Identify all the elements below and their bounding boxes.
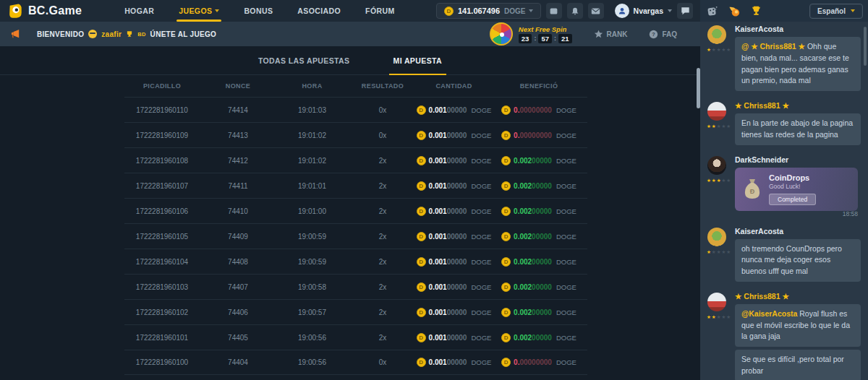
- doge-coin-icon: D: [417, 207, 426, 216]
- coindrops-card[interactable]: ĐCoinDropsGood Luck!Completed: [735, 168, 858, 211]
- table-row[interactable]: 17222819601097441319:01:020xD0.00100000D…: [124, 122, 587, 147]
- nav-item-bonus[interactable]: BONUS: [231, 0, 285, 22]
- bet-time: 19:00:59: [276, 258, 348, 266]
- rank-link[interactable]: RANK: [594, 30, 628, 38]
- language-label: Español: [817, 7, 846, 15]
- doge-coin-icon: D: [501, 308, 511, 317]
- doge-coin-icon: D: [417, 131, 426, 140]
- chat-username[interactable]: ★ Chriss881 ★: [735, 101, 861, 110]
- chevron-down-icon: [668, 9, 672, 12]
- bet-time: 19:00:56: [276, 334, 348, 342]
- chat-scrollbar[interactable]: [864, 27, 867, 66]
- welcome-username[interactable]: zaafir: [101, 30, 122, 38]
- balance-selector[interactable]: D 141.067496 DOGE: [436, 3, 541, 19]
- chat-username[interactable]: ★ Chriss881 ★: [735, 292, 861, 301]
- table-row[interactable]: 17222819601107441419:01:030xD0.00100000D…: [124, 97, 587, 122]
- wallet-button[interactable]: [546, 3, 562, 19]
- table-row[interactable]: 17222819601037440719:00:582xD0.00100000D…: [124, 274, 587, 299]
- chat-username[interactable]: KaiserAcosta: [735, 25, 861, 33]
- chat-username[interactable]: DarkSchneider: [735, 155, 861, 164]
- user-mention[interactable]: @KaiserAcosta: [741, 309, 799, 318]
- bet-nonce: 74412: [200, 157, 276, 165]
- table-row[interactable]: 17222819601027440619:00:572xD0.00100000D…: [124, 299, 587, 324]
- bet-time: 19:00:59: [276, 233, 348, 241]
- bet-hash: 1722281960105: [124, 233, 200, 241]
- chat-message-list: ★★★★★KaiserAcosta@ ★ Chriss881 ★ Ohh que…: [700, 22, 868, 380]
- notifications-button[interactable]: [567, 3, 583, 19]
- avatar-kaiseracosta[interactable]: [707, 228, 726, 246]
- completed-button[interactable]: Completed: [769, 194, 816, 205]
- table-row[interactable]: 17222819601047440819:00:592xD0.00100000D…: [124, 249, 587, 274]
- chat-bubble: @ ★ Chriss881 ★ Ohh que bien, nada mal..…: [735, 37, 861, 91]
- bcgame-logo[interactable]: BC.Game: [7, 3, 82, 19]
- header-time: HORA: [276, 82, 348, 90]
- chat-toggle-button[interactable]: [677, 3, 693, 19]
- dice-icon[interactable]: [706, 5, 718, 17]
- doge-coin-icon: D: [417, 358, 426, 367]
- nav-item-asociado[interactable]: ASOCIADO: [285, 0, 353, 22]
- chat-bubble: @KaiserAcosta Royal flush es que el móvi…: [735, 304, 861, 347]
- chat-message: ★★★★★KaiserAcosta@ ★ Chriss881 ★ Ohh que…: [706, 25, 861, 94]
- bet-profit: D0.00000000DOGE: [490, 131, 587, 140]
- chevron-down-icon: [851, 9, 855, 12]
- user-menu[interactable]: Nvargas: [615, 4, 672, 18]
- welcome-suffix: ÚNETE AL JUEGO: [150, 30, 216, 38]
- tab-all-bets[interactable]: TODAS LAS APUESTAS: [254, 46, 354, 75]
- bet-result: 2x: [348, 157, 417, 165]
- star-icon: [594, 30, 603, 38]
- table-row[interactable]: 17222819601067441019:01:002xD0.00100000D…: [124, 198, 587, 223]
- doge-coin-icon: D: [501, 257, 511, 267]
- language-selector[interactable]: Español: [810, 4, 862, 18]
- bet-amount: D0.00100000DOGE: [417, 257, 490, 267]
- table-row[interactable]: 17222819601007440419:00:560xD0.00100000D…: [124, 350, 587, 375]
- bet-time: 19:00:58: [276, 283, 348, 291]
- welcome-banner: BIENVENIDO zaafir BD ÚNETE AL JUEGO Next…: [0, 22, 700, 46]
- free-spin-widget[interactable]: Next Free Spin 23 : 57 : 21: [490, 22, 572, 46]
- avatar-kaiseracosta[interactable]: [707, 25, 726, 44]
- doge-coin-icon: D: [501, 181, 511, 191]
- avatar-darkschneider[interactable]: [707, 156, 726, 175]
- doge-coin-icon: D: [501, 232, 511, 241]
- doge-coin-icon: D: [501, 105, 511, 115]
- header-nonce: NONCE: [200, 82, 276, 90]
- avatar-chriss881[interactable]: [707, 102, 726, 121]
- faq-link[interactable]: ? FAQ: [649, 30, 677, 39]
- nav-item-juegos[interactable]: JUEGOS: [166, 0, 231, 22]
- bet-result: 2x: [348, 233, 417, 241]
- balance-amount: 141.067496: [458, 7, 500, 15]
- doge-coin-icon: D: [417, 257, 426, 267]
- chat-username[interactable]: KaiserAcosta: [735, 227, 861, 236]
- bet-nonce: 74411: [200, 182, 276, 190]
- trophy-icon[interactable]: [750, 5, 762, 17]
- bet-profit: D0.00200000DOGE: [490, 308, 587, 317]
- bet-result: 2x: [348, 258, 417, 266]
- bet-hash: 1722281960104: [124, 258, 200, 266]
- nav-item-hogar[interactable]: HOGAR: [112, 0, 166, 22]
- fireball-icon[interactable]: [728, 5, 741, 17]
- bet-amount: D0.00100000DOGE: [417, 105, 490, 115]
- table-row[interactable]: 17222819601057440919:00:592xD0.00100000D…: [124, 223, 587, 249]
- header-hash: PICADILLO: [124, 82, 200, 90]
- wallet-icon: [549, 7, 558, 16]
- bet-nonce: 74405: [200, 334, 276, 342]
- bet-time: 19:00:56: [276, 358, 348, 366]
- svg-text:?: ?: [652, 31, 656, 38]
- bet-result: 0x: [348, 106, 417, 114]
- bcgame-logo-text: BC.Game: [28, 4, 82, 17]
- bet-result: 2x: [348, 207, 417, 215]
- doge-coin-icon: D: [501, 358, 511, 367]
- avatar-chriss881[interactable]: [707, 293, 726, 311]
- bet-nonce: 74409: [200, 233, 276, 241]
- doge-coin-icon: D: [501, 333, 511, 342]
- top-navbar: BC.Game HOGARJUEGOSBONUSASOCIADOFÓRUM D …: [0, 0, 700, 22]
- nav-item-fórum[interactable]: FÓRUM: [353, 0, 407, 22]
- bet-result: 2x: [348, 283, 417, 291]
- bet-hash: 1722281960107: [124, 182, 200, 190]
- tab-my-bet[interactable]: MI APUESTA: [389, 46, 447, 75]
- bet-result: 0x: [348, 358, 417, 366]
- messages-button[interactable]: [588, 3, 604, 19]
- table-row[interactable]: 17222819601017440519:00:562xD0.00100000D…: [124, 324, 587, 350]
- table-row[interactable]: 17222819601077441119:01:012xD0.00100000D…: [124, 173, 587, 198]
- table-row[interactable]: 17222819601087441219:01:022xD0.00100000D…: [124, 147, 587, 173]
- user-mention[interactable]: @ ★ Chriss881 ★: [741, 42, 807, 51]
